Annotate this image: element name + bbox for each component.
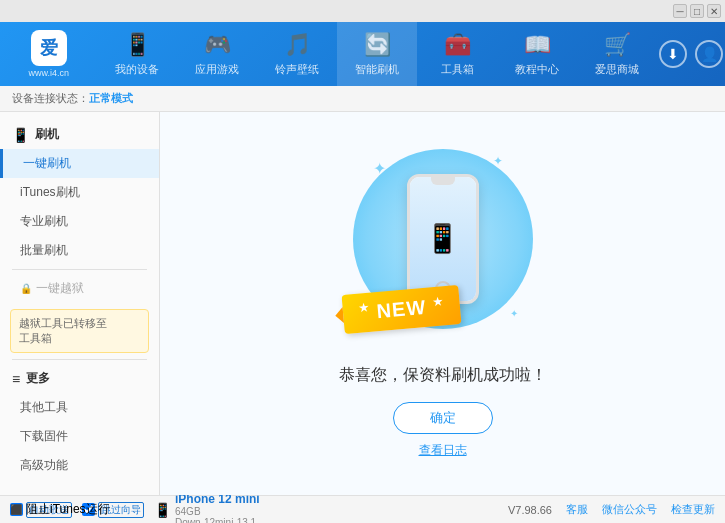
- nav-label-ringtone: 铃声壁纸: [275, 62, 319, 77]
- nav-item-flash[interactable]: 🔄 智能刷机: [337, 22, 417, 86]
- minimize-button[interactable]: ─: [673, 4, 687, 18]
- sparkle-2: ✦: [493, 154, 503, 168]
- sidebar-item-advanced[interactable]: 高级功能: [0, 451, 159, 480]
- sidebar-section1-label: 刷机: [35, 126, 59, 143]
- nav-items: 📱 我的设备 🎮 应用游戏 🎵 铃声壁纸 🔄 智能刷机 🧰 工具箱 📖 教程中心…: [97, 22, 657, 86]
- nav-item-store[interactable]: 🛒 爱思商城: [577, 22, 657, 86]
- device-icon: 📱: [154, 502, 171, 518]
- sidebar-item-batch[interactable]: 批量刷机: [0, 236, 159, 265]
- sidebar-divider2: [12, 359, 147, 360]
- sparkle-1: ✦: [373, 159, 386, 178]
- nav-item-mydevice[interactable]: 📱 我的设备: [97, 22, 177, 86]
- nav-item-toolbox[interactable]: 🧰 工具箱: [417, 22, 497, 86]
- sidebar-notice: 越狱工具已转移至工具箱: [10, 309, 149, 353]
- service-link[interactable]: 客服: [566, 502, 588, 517]
- header-right: ⬇ 👤: [657, 40, 725, 68]
- new-star-left: ★: [358, 301, 370, 314]
- device-info: iPhone 12 mini 64GB Down-12mini-13,1: [175, 492, 260, 524]
- stop-icon: ⬛: [10, 504, 22, 515]
- header: 爱 www.i4.cn 📱 我的设备 🎮 应用游戏 🎵 铃声壁纸 🔄 智能刷机 …: [0, 22, 725, 86]
- more-section-icon: ≡: [12, 371, 20, 387]
- maximize-button[interactable]: □: [690, 4, 704, 18]
- sparkle-3: ✦: [510, 308, 518, 319]
- logo-text: www.i4.cn: [28, 68, 69, 78]
- sidebar-divider1: [12, 269, 147, 270]
- main-layout: 📱 刷机 一键刷机 iTunes刷机 专业刷机 批量刷机 🔒 一键越狱 越狱工具…: [0, 112, 725, 495]
- bottom-right: V7.98.66 客服 微信公众号 检查更新: [508, 502, 715, 517]
- phone-illustration: ✦ ✦ ✦ 📱 ★ NEW ★: [353, 149, 533, 349]
- notice-text: 越狱工具已转移至工具箱: [19, 317, 107, 344]
- new-badge-text: NEW: [375, 295, 426, 321]
- flash-section-icon: 📱: [12, 127, 29, 143]
- sidebar: 📱 刷机 一键刷机 iTunes刷机 专业刷机 批量刷机 🔒 一键越狱 越狱工具…: [0, 112, 160, 495]
- sidebar-item-pro[interactable]: 专业刷机: [0, 207, 159, 236]
- itunes-status-label: 阻止iTunes运行: [26, 501, 110, 518]
- download-icon[interactable]: ⬇: [659, 40, 687, 68]
- logo-area: 爱 www.i4.cn: [0, 30, 97, 78]
- itunes-status-area: ⬛ 阻止iTunes运行: [10, 495, 110, 523]
- content-area: ✦ ✦ ✦ 📱 ★ NEW ★ 恭喜您，保资料刷机成功啦！ 确定 查看日志: [160, 112, 725, 495]
- device-capacity: 64GB: [175, 506, 260, 517]
- sidebar-item-onekey[interactable]: 一键刷机: [0, 149, 159, 178]
- sidebar-item-firmware[interactable]: 下载固件: [0, 422, 159, 451]
- jailbreak-label: 一键越狱: [36, 280, 84, 297]
- mydevice-icon: 📱: [124, 32, 151, 58]
- nav-label-mydevice: 我的设备: [115, 62, 159, 77]
- logo-letter: 爱: [40, 36, 58, 60]
- sidebar-section2-label: 更多: [26, 370, 50, 387]
- close-button[interactable]: ✕: [707, 4, 721, 18]
- status-prefix: 设备连接状态：: [12, 91, 89, 106]
- nav-label-tutorial: 教程中心: [515, 62, 559, 77]
- sidebar-section-more: ≡ 更多: [0, 364, 159, 393]
- status-bar: 设备连接状态： 正常模式: [0, 86, 725, 112]
- tutorial-icon: 📖: [524, 32, 551, 58]
- nav-label-store: 爱思商城: [595, 62, 639, 77]
- nav-item-apps[interactable]: 🎮 应用游戏: [177, 22, 257, 86]
- status-value: 正常模式: [89, 91, 133, 106]
- sidebar-section-flash: 📱 刷机: [0, 120, 159, 149]
- nav-item-tutorial[interactable]: 📖 教程中心: [497, 22, 577, 86]
- nav-label-toolbox: 工具箱: [441, 62, 474, 77]
- apps-icon: 🎮: [204, 32, 231, 58]
- user-icon[interactable]: 👤: [695, 40, 723, 68]
- nav-label-flash: 智能刷机: [355, 62, 399, 77]
- phone-notch: [431, 177, 455, 185]
- flash-icon: 🔄: [364, 32, 391, 58]
- phone-device: 📱: [407, 174, 479, 304]
- logo-icon: 爱: [31, 30, 67, 66]
- update-link[interactable]: 检查更新: [671, 502, 715, 517]
- today-log-link[interactable]: 查看日志: [419, 442, 467, 459]
- wechat-link[interactable]: 微信公众号: [602, 502, 657, 517]
- store-icon: 🛒: [604, 32, 631, 58]
- device-version: Down-12mini-13,1: [175, 517, 260, 524]
- nav-item-ringtone[interactable]: 🎵 铃声壁纸: [257, 22, 337, 86]
- app-version: V7.98.66: [508, 504, 552, 516]
- confirm-button[interactable]: 确定: [393, 402, 493, 434]
- sidebar-item-jailbreak: 🔒 一键越狱: [0, 274, 159, 303]
- nav-label-apps: 应用游戏: [195, 62, 239, 77]
- sidebar-item-other[interactable]: 其他工具: [0, 393, 159, 422]
- ringtone-icon: 🎵: [284, 32, 311, 58]
- title-bar: ─ □ ✕: [0, 0, 725, 22]
- lock-icon: 🔒: [20, 283, 32, 294]
- success-text: 恭喜您，保资料刷机成功啦！: [339, 365, 547, 386]
- toolbox-icon: 🧰: [444, 32, 471, 58]
- sidebar-item-itunes[interactable]: iTunes刷机: [0, 178, 159, 207]
- new-star-right: ★: [431, 294, 443, 307]
